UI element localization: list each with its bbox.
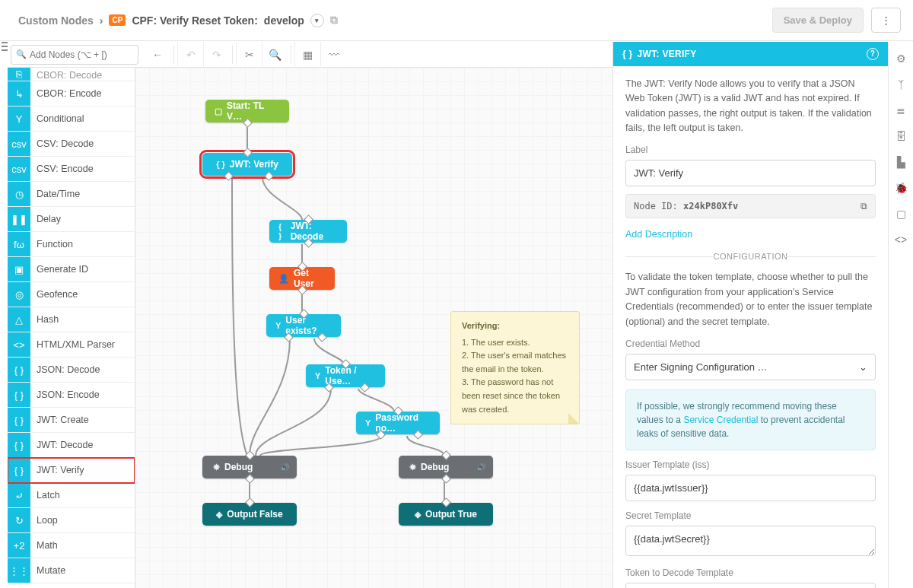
help-icon[interactable]: ? <box>867 48 879 60</box>
bug-icon: ✸ <box>409 462 416 472</box>
redo-button[interactable]: ↷ <box>203 42 229 68</box>
note-line: 2. The user's email matches the email in… <box>462 349 568 376</box>
palette-item[interactable]: ▣Generate ID <box>8 257 135 282</box>
palette-item[interactable]: <>HTML/XML Parser <box>8 332 135 358</box>
output-icon: ◈ <box>216 510 222 520</box>
palette-item[interactable]: csvCSV: Encode <box>8 157 135 182</box>
volume-icon: 🔊 <box>476 463 485 472</box>
node-jwt-decode[interactable]: { } JWT: Decode <box>269 220 347 243</box>
palette-item-icon: ⋮⋮ <box>8 558 30 583</box>
more-menu-button[interactable]: ⋮ <box>871 8 901 33</box>
node-palette: ⎘ CBOR: Decode ↳CBOR: EncodeYConditional… <box>8 68 135 588</box>
zoom-icon[interactable]: 🔍 <box>262 42 288 68</box>
breadcrumb-root[interactable]: Custom Nodes <box>18 14 94 27</box>
palette-item-icon: { } <box>8 383 30 407</box>
node-debug-right[interactable]: ✸ Debug 🔊 <box>399 456 493 478</box>
palette-item[interactable]: +2Math <box>8 533 135 558</box>
list-icon[interactable]: ≣ <box>896 104 905 116</box>
palette-item[interactable]: ◷Date/Time <box>8 182 135 207</box>
add-node-icon[interactable]: ▦ <box>294 42 320 68</box>
palette-item-label: Math <box>37 540 58 551</box>
palette-item-label: CSV: Encode <box>37 164 94 174</box>
node-token-use[interactable]: Y Token / Use… <box>306 364 385 387</box>
app-badge: CP <box>109 14 126 26</box>
issuer-label: Issuer Template (iss) <box>625 459 876 470</box>
save-deploy-button[interactable]: Save & Deploy <box>772 8 864 33</box>
cut-icon[interactable]: ✂ <box>236 42 262 68</box>
palette-item[interactable]: ↳CBOR: Encode <box>8 81 135 106</box>
palette-item[interactable]: fωFunction <box>8 232 135 257</box>
node-id-box: Node ID: x24kP80Xfv ⧉ <box>625 194 876 218</box>
node-label: Debug <box>421 462 449 472</box>
palette-item[interactable]: { }JWT: Verify <box>8 458 135 483</box>
node-jwt-verify[interactable]: { } JWT: Verify <box>202 153 292 176</box>
node-start[interactable]: ▢ Start: TL V… <box>205 100 289 122</box>
node-output-true[interactable]: ◈ Output True <box>399 503 493 526</box>
palette-item-icon: ⎘ <box>8 68 30 81</box>
palette-item-icon: ↻ <box>8 508 30 532</box>
palette-item-icon: { } <box>8 433 30 457</box>
jwt-icon: { } <box>216 160 225 169</box>
note-line: 1. The user exists. <box>462 336 568 350</box>
palette-item-icon: △ <box>8 307 30 332</box>
gear-icon[interactable]: ⚙ <box>896 52 906 65</box>
database-icon[interactable]: 🗄 <box>896 130 906 142</box>
branch-icon[interactable]: ᛉ <box>898 78 904 91</box>
cred-method-select[interactable]: Enter Signing Configuration … ⌄ <box>625 354 876 380</box>
histogram-icon[interactable]: ▙ <box>897 156 905 168</box>
node-label: Start: TL V… <box>227 100 280 122</box>
debug-icon[interactable]: 🐞 <box>895 182 908 194</box>
add-nodes-search[interactable]: 🔍 <box>11 45 138 65</box>
secret-input[interactable]: {{data.jwtSecret}} <box>625 526 876 556</box>
branch-dropdown[interactable]: ▾ <box>310 14 324 27</box>
palette-item-icon: { } <box>8 458 30 482</box>
palette-item-cut[interactable]: ⎘ CBOR: Decode <box>8 68 135 81</box>
issuer-input[interactable] <box>625 475 876 501</box>
workflow-canvas[interactable]: ▢ Start: TL V… { } JWT: Verify { } JWT: … <box>135 68 612 588</box>
label-input[interactable] <box>625 160 876 186</box>
node-label: Token / Use… <box>325 365 376 386</box>
node-user-exists[interactable]: Y User exists? <box>266 314 341 337</box>
palette-item[interactable]: ❚❚Delay <box>8 207 135 232</box>
node-label: Output True <box>425 509 477 520</box>
canvas-note[interactable]: Verifying: 1. The user exists. 2. The us… <box>450 311 580 424</box>
device-icon[interactable]: ▢ <box>896 208 906 220</box>
palette-item[interactable]: { }JWT: Create <box>8 408 135 433</box>
palette-item[interactable]: { }JSON: Encode <box>8 383 135 408</box>
node-output-false[interactable]: ◈ Output False <box>202 503 297 526</box>
palette-item-label: CBOR: Encode <box>37 88 101 99</box>
palette-item[interactable]: ↻Loop <box>8 508 135 533</box>
node-debug-left[interactable]: ✸ Debug 🔊 <box>202 456 297 478</box>
palette-item[interactable]: ⤾Latch <box>8 483 135 508</box>
search-input[interactable] <box>30 49 133 60</box>
token-input[interactable] <box>625 583 876 588</box>
add-description-link[interactable]: Add Description <box>625 229 692 240</box>
service-credential-link[interactable]: Service Credential <box>683 415 758 425</box>
undo-button[interactable]: ↶ <box>177 42 203 68</box>
palette-item-label: Mutate <box>37 565 65 576</box>
palette-item[interactable]: csvCSV: Decode <box>8 132 135 157</box>
jwt-icon: { } <box>278 222 286 240</box>
config-intro: To validate the token template, choose w… <box>625 270 876 329</box>
copy-icon[interactable]: ⧉ <box>330 14 338 27</box>
back-button[interactable]: ← <box>145 42 170 68</box>
copy-icon[interactable]: ⧉ <box>861 201 867 211</box>
palette-item[interactable]: { }JSON: Decode <box>8 358 135 383</box>
palette-item-label: JWT: Create <box>37 415 89 425</box>
palette-item[interactable]: ◎Geofence <box>8 282 135 307</box>
palette-item-icon: csv <box>8 132 30 156</box>
palette-item[interactable]: ⋮⋮Mutate <box>8 558 135 583</box>
node-password-no[interactable]: Y Password no… <box>356 412 440 434</box>
palette-item-icon: ⤾ <box>8 483 30 507</box>
node-get-user[interactable]: 👤 Get User <box>269 267 335 290</box>
palette-item[interactable]: △Hash <box>8 307 135 332</box>
breadcrumb-branch: develop <box>264 14 304 27</box>
palette-item[interactable]: YConditional <box>8 106 135 132</box>
note-fold <box>568 413 579 424</box>
palette-item[interactable]: { }JWT: Decode <box>8 433 135 458</box>
code-icon[interactable]: <> <box>895 234 907 246</box>
align-icon[interactable]: 〰 <box>320 42 346 68</box>
palette-item-label: Date/Time <box>37 189 80 199</box>
top-actions: Save & Deploy ⋮ <box>772 8 901 33</box>
node-label: Debug <box>224 462 253 472</box>
